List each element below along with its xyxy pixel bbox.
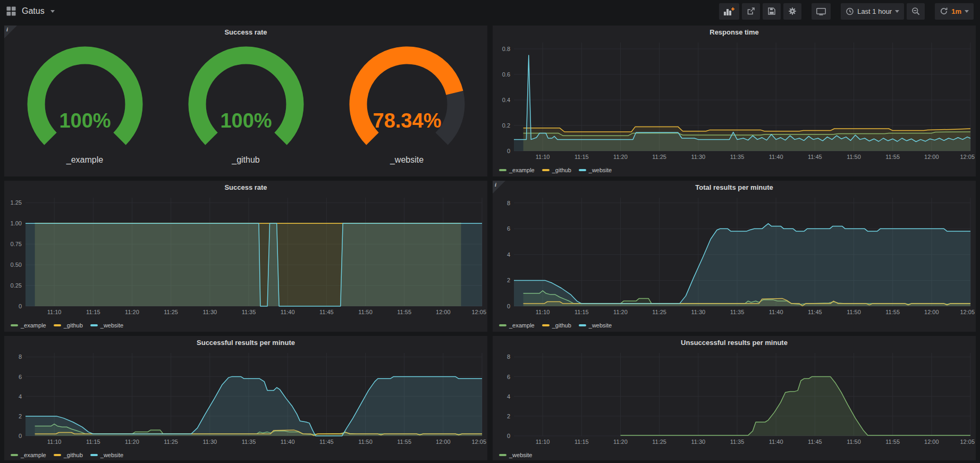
clock-icon — [846, 7, 854, 15]
total-results-chart[interactable]: 11:1011:1511:2011:2511:3011:3511:4011:45… — [493, 193, 976, 317]
success-rate-chart[interactable]: 11:1011:1511:2011:2511:3011:3511:4011:45… — [4, 193, 487, 317]
refresh-interval-label: 1m — [951, 7, 961, 15]
x-tick-label: 11:10 — [47, 439, 62, 445]
legend-item-_github[interactable]: _github — [542, 167, 571, 173]
x-tick-label: 11:50 — [358, 309, 373, 315]
y-tick-label: 0.6 — [502, 71, 510, 78]
legend-swatch — [499, 169, 506, 171]
legend-item-_website[interactable]: _website — [90, 452, 123, 458]
x-tick-label: 11:45 — [808, 309, 822, 315]
panel-response-time: Response time 11:1011:1511:2011:2511:301… — [493, 26, 976, 176]
successful-results-chart[interactable]: 11:1011:1511:2011:2511:3011:3511:4011:45… — [4, 349, 487, 447]
legend-item-_github[interactable]: _github — [54, 322, 83, 329]
x-tick-label: 11:20 — [613, 154, 628, 160]
unsuccessful-results-legend: _website — [493, 447, 976, 460]
share-icon — [747, 7, 755, 15]
legend-item-_github[interactable]: _github — [542, 322, 571, 329]
panel-info-corner[interactable]: i — [4, 26, 17, 38]
legend-item-_example[interactable]: _example — [11, 322, 46, 329]
legend-item-_example[interactable]: _example — [11, 452, 46, 458]
x-tick-label: 11:40 — [281, 309, 295, 315]
x-tick-label: 11:30 — [202, 439, 217, 445]
panel-title[interactable]: Successful results per minute — [4, 336, 487, 349]
legend-swatch — [579, 169, 586, 171]
x-tick-label: 11:55 — [885, 309, 900, 315]
gauge-_example: 100%_example — [13, 45, 157, 165]
panel-title[interactable]: Total results per minute — [493, 181, 976, 193]
y-tick-label: 6 — [19, 374, 22, 380]
panel-info-corner[interactable]: i — [493, 181, 505, 193]
chevron-down-icon — [895, 10, 899, 13]
legend-item-_example[interactable]: _example — [499, 167, 535, 173]
response-time-legend: _example_github_website — [493, 162, 976, 175]
legend-item-_example[interactable]: _example — [499, 322, 535, 329]
x-tick-label: 11:20 — [125, 439, 139, 445]
zoom-out-button[interactable] — [907, 3, 925, 20]
y-tick-label: 0.2 — [502, 122, 510, 129]
x-tick-label: 11:40 — [769, 154, 783, 160]
dashboard-title-dropdown[interactable]: Gatus — [6, 6, 55, 16]
x-tick-label: 11:25 — [652, 309, 666, 315]
legend-item-_website[interactable]: _website — [499, 452, 532, 458]
x-tick-label: 11:10 — [47, 309, 62, 315]
legend-item-_website[interactable]: _website — [579, 322, 612, 329]
dashboard-settings-button[interactable] — [783, 3, 801, 20]
x-tick-label: 12:05 — [471, 439, 486, 445]
legend-item-_website[interactable]: _website — [579, 167, 612, 173]
dashboard-row-2: Success rate 11:1011:1511:2011:2511:3011… — [4, 181, 976, 332]
series-_website — [514, 224, 970, 306]
x-tick-label: 12:00 — [924, 309, 939, 315]
panel-success-rate-gauges: i Success rate 100%_example100%_github78… — [4, 26, 487, 176]
y-tick-label: 0.75 — [11, 241, 22, 247]
x-tick-label: 12:00 — [436, 309, 451, 315]
dashboard-row-3: Successful results per minute 11:1011:15… — [4, 336, 976, 460]
x-tick-label: 11:45 — [319, 439, 334, 445]
panel-title[interactable]: Unsuccessful results per minute — [493, 336, 976, 349]
gear-icon — [788, 7, 797, 15]
y-tick-label: 8 — [507, 353, 510, 360]
legend-label: _website — [100, 452, 123, 458]
cycle-view-mode-button[interactable] — [812, 3, 831, 20]
legend-label: _website — [589, 322, 612, 329]
x-tick-label: 11:35 — [730, 439, 745, 445]
time-range-picker[interactable]: Last 1 hour — [841, 3, 904, 20]
legend-label: _website — [509, 452, 532, 458]
gauge-arc: 100% — [174, 45, 318, 156]
refresh-picker[interactable]: 1m — [935, 3, 974, 20]
x-tick-label: 11:35 — [730, 309, 745, 315]
monitor-icon — [816, 7, 826, 15]
series-_website — [621, 377, 971, 436]
save-dashboard-button[interactable] — [763, 3, 781, 20]
x-tick-label: 12:05 — [960, 309, 975, 315]
gauge-arc: 78.34% — [335, 45, 479, 156]
x-tick-label: 11:50 — [847, 154, 861, 160]
y-tick-label: 4 — [19, 393, 22, 400]
x-tick-label: 11:30 — [691, 154, 705, 160]
y-tick-label: 0.8 — [502, 46, 510, 52]
response-time-chart[interactable]: 11:1011:1511:2011:2511:3011:3511:4011:45… — [493, 38, 976, 162]
y-tick-label: 0 — [19, 433, 22, 439]
x-tick-label: 11:20 — [613, 439, 628, 445]
y-tick-label: 4 — [507, 251, 510, 258]
x-tick-label: 11:30 — [691, 439, 705, 445]
gauge-_website: 78.34%_website — [335, 45, 479, 165]
panel-title[interactable]: Success rate — [4, 181, 487, 193]
x-tick-label: 11:30 — [202, 309, 217, 315]
x-tick-label: 12:00 — [436, 439, 451, 445]
x-tick-label: 11:35 — [242, 309, 256, 315]
unsuccessful-results-chart[interactable]: 11:1011:1511:2011:2511:3011:3511:4011:45… — [493, 349, 976, 447]
gauge-_github: 100%_github — [174, 45, 318, 165]
gauge-group: 100%_example100%_github78.34%_website — [4, 38, 487, 165]
chart-grid: 11:1011:1511:2011:2511:3011:3511:4011:45… — [507, 353, 975, 445]
dashboard-grid: i Success rate 100%_example100%_github78… — [0, 22, 980, 460]
legend-item-_github[interactable]: _github — [54, 452, 83, 458]
x-tick-label: 12:05 — [960, 154, 975, 160]
panel-title[interactable]: Success rate — [4, 26, 487, 38]
info-icon: i — [6, 26, 8, 32]
legend-item-_website[interactable]: _website — [90, 322, 123, 329]
share-dashboard-button[interactable] — [742, 3, 760, 20]
panel-title[interactable]: Response time — [493, 26, 976, 38]
series-_website — [26, 377, 482, 436]
add-panel-button[interactable] — [719, 3, 739, 20]
y-tick-label: 0 — [507, 303, 510, 309]
